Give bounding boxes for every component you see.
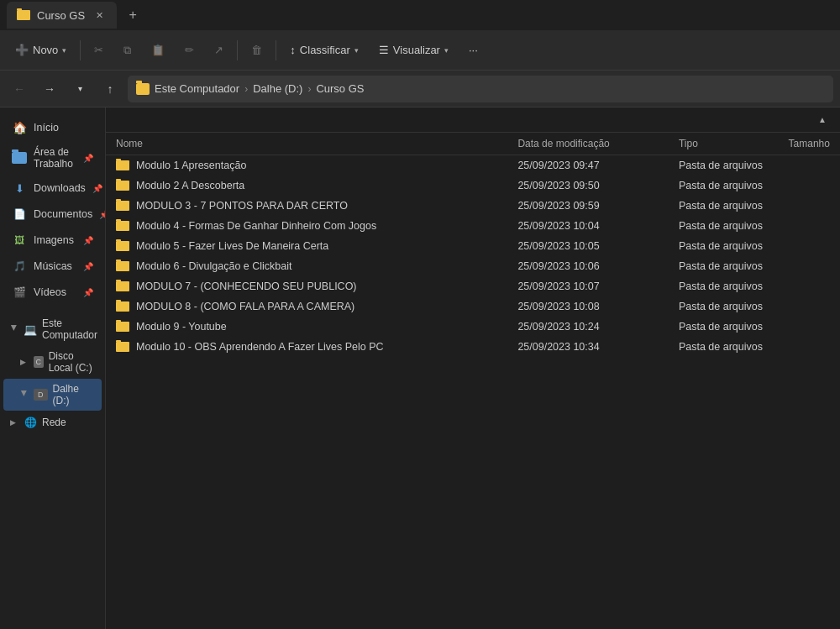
breadcrumb[interactable]: Este Computador › Dalhe (D:) › Curso GS: [128, 76, 833, 102]
este-computador-icon: 💻: [24, 323, 37, 336]
breadcrumb-root[interactable]: Este Computador: [155, 82, 239, 95]
table-row[interactable]: Modulo 9 - Youtube25/09/2023 10:24Pasta …: [106, 317, 840, 337]
view-button[interactable]: ☰ Visualizar ▾: [370, 36, 457, 65]
file-name-cell: Modulo 4 - Formas De Ganhar Dinheiro Com…: [106, 216, 507, 236]
file-date-cell: 25/09/2023 10:05: [507, 236, 669, 256]
breadcrumb-current[interactable]: Curso GS: [316, 82, 364, 95]
recent-button[interactable]: ▾: [67, 76, 92, 102]
view-label: Visualizar: [393, 44, 440, 56]
sidebar-tree-disco-local[interactable]: ▶ C Disco Local (C:): [3, 346, 102, 378]
file-name-cell: Modulo 5 - Fazer Lives De Maneira Certa: [106, 236, 507, 256]
col-header-date[interactable]: Data de modificação: [507, 133, 669, 155]
sidebar-item-downloads[interactable]: ⬇ Downloads 📌: [3, 176, 102, 201]
more-button[interactable]: ···: [460, 36, 486, 65]
folder-icon: [116, 281, 129, 291]
file-size-cell: [779, 256, 840, 276]
sidebar-item-videos[interactable]: 🎬 Vídeos 📌: [3, 280, 102, 305]
sidebar-item-inicio[interactable]: 🏠 Início: [3, 115, 102, 140]
file-type-cell: Pasta de arquivos: [669, 216, 779, 236]
share-button[interactable]: ↗: [206, 36, 232, 65]
file-type-cell: Pasta de arquivos: [669, 236, 779, 256]
rename-button[interactable]: ✏: [176, 36, 202, 65]
col-header-size[interactable]: Tamanho: [779, 133, 840, 155]
up-button[interactable]: ↑: [97, 76, 123, 102]
file-type-cell: Pasta de arquivos: [669, 296, 779, 317]
images-icon: 🖼: [12, 233, 27, 248]
folder-icon: [116, 241, 129, 251]
desktop-pin-icon: 📌: [83, 154, 93, 163]
file-size-cell: [779, 236, 840, 256]
cut-button[interactable]: ✂: [86, 36, 112, 65]
file-date-cell: 25/09/2023 10:08: [507, 296, 669, 317]
sidebar-tree-este-computador[interactable]: ▶ 💻 Este Computador: [3, 313, 102, 345]
rename-icon: ✏: [185, 44, 194, 56]
table-row[interactable]: Modulo 2 A Descoberta25/09/2023 09:50Pas…: [106, 176, 840, 196]
file-name: MODULO 7 - (CONHECENDO SEU PUBLICO): [136, 280, 357, 292]
sort-button[interactable]: ↕ Classificar ▾: [281, 36, 366, 65]
breadcrumb-sep-1: ›: [244, 83, 248, 95]
file-date-cell: 25/09/2023 09:50: [507, 176, 669, 196]
table-row[interactable]: Modulo 5 - Fazer Lives De Maneira Certa2…: [106, 236, 840, 256]
file-name-cell: Modulo 1 Apresentação: [106, 155, 507, 176]
sidebar-item-docs[interactable]: 📄 Documentos 📌: [3, 202, 102, 227]
download-icon: ⬇: [12, 181, 27, 196]
active-tab[interactable]: Curso GS ✕: [7, 2, 117, 29]
breadcrumb-folder-icon: [136, 83, 150, 95]
separator-2: [237, 40, 238, 60]
disco-local-label: Disco Local (C:): [49, 350, 95, 374]
delete-button[interactable]: 🗑: [243, 36, 270, 65]
col-header-type[interactable]: Tipo: [669, 133, 779, 155]
file-name: MODULO 8 - (COMO FALA PARA A CAMERA): [136, 301, 354, 312]
file-date-cell: 25/09/2023 10:24: [507, 317, 669, 337]
dalhe-label: Dalhe (D:): [53, 383, 95, 406]
tab-close-button[interactable]: ✕: [92, 8, 107, 23]
view-chevron: ▾: [444, 46, 449, 55]
sidebar-item-inicio-label: Início: [34, 122, 59, 134]
music-pin-icon: 📌: [83, 262, 93, 271]
file-name-cell: MODULO 8 - (COMO FALA PARA A CAMERA): [106, 296, 507, 317]
file-size-cell: [779, 176, 840, 196]
table-row[interactable]: MODULO 7 - (CONHECENDO SEU PUBLICO)25/09…: [106, 276, 840, 296]
table-row[interactable]: Modulo 1 Apresentação25/09/2023 09:47Pas…: [106, 155, 840, 176]
home-icon: 🏠: [12, 120, 27, 135]
file-type-cell: Pasta de arquivos: [669, 337, 779, 357]
paste-icon: 📋: [151, 44, 165, 56]
desktop-icon: [12, 150, 27, 165]
sidebar-tree-dalhe[interactable]: ▶ D Dalhe (D:): [3, 379, 102, 411]
file-name: Modulo 2 A Descoberta: [136, 180, 244, 191]
new-label: Novo: [33, 44, 58, 56]
back-button[interactable]: ←: [7, 76, 32, 102]
table-row[interactable]: MODULO 3 - 7 PONTOS PARA DAR CERTO25/09/…: [106, 196, 840, 216]
sidebar-item-music-label: Músicas: [34, 260, 72, 272]
copy-button[interactable]: ⧉: [115, 36, 139, 65]
sidebar-tree-rede[interactable]: ▶ 🌐 Rede: [3, 411, 102, 433]
este-computador-expand-arrow: ▶: [10, 325, 18, 333]
sidebar-item-desktop[interactable]: Área de Trabalho 📌: [3, 141, 102, 175]
rede-icon: 🌐: [24, 416, 37, 429]
sidebar-item-desktop-label: Área de Trabalho: [34, 146, 76, 170]
forward-button[interactable]: →: [37, 76, 62, 102]
table-row[interactable]: Modulo 10 - OBS Aprendendo A Fazer Lives…: [106, 337, 840, 357]
new-tab-button[interactable]: +: [120, 3, 145, 28]
sort-label: Classificar: [300, 44, 350, 56]
sidebar-item-docs-label: Documentos: [34, 208, 92, 220]
disco-local-expand-arrow: ▶: [20, 358, 29, 366]
table-row[interactable]: Modulo 6 - Divulgação e Clickbait25/09/2…: [106, 256, 840, 276]
file-name-cell: MODULO 3 - 7 PONTOS PARA DAR CERTO: [106, 196, 507, 216]
col-header-name[interactable]: Nome: [106, 133, 507, 155]
docs-pin-icon: 📌: [99, 210, 106, 219]
new-button[interactable]: ➕ Novo ▾: [7, 36, 75, 65]
music-icon: 🎵: [12, 259, 27, 274]
sidebar-item-music[interactable]: 🎵 Músicas 📌: [3, 254, 102, 279]
cut-icon: ✂: [94, 44, 103, 56]
videos-icon: 🎬: [12, 285, 27, 300]
paste-button[interactable]: 📋: [143, 36, 173, 65]
folder-icon: [116, 160, 129, 170]
separator-3: [276, 40, 276, 60]
file-name-cell: MODULO 7 - (CONHECENDO SEU PUBLICO): [106, 276, 507, 296]
file-table: Nome Data de modificação Tipo Tamanho Mo…: [106, 133, 840, 357]
table-row[interactable]: MODULO 8 - (COMO FALA PARA A CAMERA)25/0…: [106, 296, 840, 317]
breadcrumb-drive[interactable]: Dalhe (D:): [253, 82, 302, 95]
table-row[interactable]: Modulo 4 - Formas De Ganhar Dinheiro Com…: [106, 216, 840, 236]
sidebar-item-images[interactable]: 🖼 Imagens 📌: [3, 228, 102, 253]
